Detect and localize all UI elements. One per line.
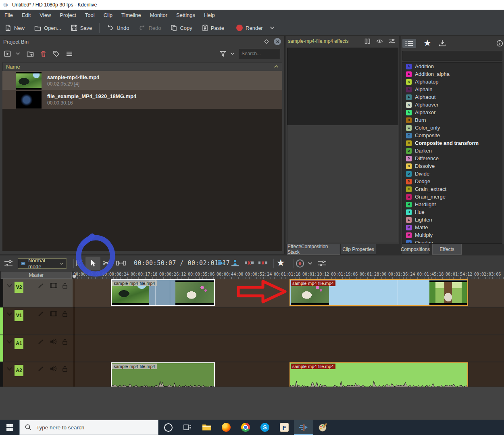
track-label-v1[interactable]: V1 [15, 310, 23, 321]
track-header-v2[interactable]: V2 [0, 279, 73, 307]
playhead[interactable] [74, 271, 74, 387]
effect-item[interactable]: M Matte [402, 224, 502, 231]
selection-tool-button[interactable] [85, 257, 100, 270]
track-target-strip[interactable] [0, 362, 3, 387]
lock-track-icon[interactable] [62, 339, 68, 345]
new-button[interactable]: New [0, 22, 29, 34]
effect-item[interactable]: A Alphain [402, 86, 502, 93]
video-track-icon[interactable] [50, 282, 57, 289]
mix-clips-icon[interactable] [217, 259, 226, 267]
track-area-v1[interactable] [73, 307, 504, 335]
spacer-tool-icon[interactable] [116, 260, 126, 266]
paint-app-icon[interactable] [313, 420, 333, 435]
render-button[interactable]: Render [231, 22, 279, 34]
effect-item[interactable]: D Divide [402, 170, 502, 178]
effect-item[interactable]: B Burn [402, 116, 502, 124]
favorite-effects-icon[interactable]: ★ [277, 257, 285, 268]
cortana-icon[interactable] [158, 420, 178, 435]
preview-chevron-icon[interactable] [308, 262, 312, 265]
preview-render-icon[interactable] [296, 259, 304, 268]
file-explorer-icon[interactable] [197, 420, 217, 435]
track-effects-icon[interactable] [38, 311, 44, 317]
collapse-track-icon[interactable] [6, 340, 12, 344]
undo-button[interactable]: Undo [102, 22, 134, 34]
tag-icon[interactable] [53, 50, 60, 57]
track-area-a1[interactable] [73, 335, 504, 362]
track-label-a2[interactable]: A2 [15, 365, 23, 376]
menu-item[interactable]: Clip [99, 12, 117, 18]
timeline-clip-video-grouped[interactable]: sample-mp4-file.mp4 [289, 279, 468, 306]
collapse-track-icon[interactable] [6, 312, 12, 316]
track-label-a1[interactable]: A1 [15, 338, 23, 349]
track-area-a2[interactable]: sample-mp4-file.mp4 sample-mp4-file.mp4 [73, 362, 504, 387]
track-label-v2[interactable]: V2 [15, 282, 23, 293]
tab-effects[interactable]: Effects [432, 244, 462, 255]
track-header-a2[interactable]: A2 [0, 362, 73, 387]
task-view-icon[interactable] [178, 420, 197, 435]
menu-item[interactable]: View [35, 12, 55, 18]
timeline-clip-audio-grouped[interactable]: sample-mp4-file.mp4 [289, 362, 468, 387]
track-effects-icon[interactable] [38, 282, 44, 289]
effect-item[interactable]: C Composite and transform [402, 139, 502, 147]
menu-item[interactable]: File [0, 12, 17, 18]
download-effects-icon[interactable] [439, 40, 446, 47]
effect-item[interactable]: A Addition_alpha [402, 70, 502, 78]
effect-item[interactable]: A Addition [402, 63, 502, 70]
kdenlive-taskbar-icon[interactable] [294, 420, 313, 435]
track-config-icon[interactable] [4, 259, 13, 267]
compare-icon[interactable] [364, 38, 371, 44]
effect-item[interactable]: A Alphaxor [402, 109, 502, 116]
delete-icon[interactable] [40, 50, 46, 57]
audio-track-icon[interactable] [50, 339, 57, 345]
track-effects-icon[interactable] [38, 339, 44, 345]
copy-button[interactable]: Copy [166, 22, 197, 34]
save-button[interactable]: Save [66, 22, 97, 34]
favorites-star-icon[interactable]: ★ [423, 39, 431, 48]
start-button[interactable] [0, 420, 19, 435]
effect-item[interactable]: D Darken [402, 147, 502, 155]
effect-item[interactable]: G Grain_extract [402, 185, 502, 193]
filter-icon[interactable] [220, 51, 226, 57]
timeline-clip-video-selected[interactable]: sample-mp4-file.mp4 [111, 279, 215, 306]
create-folder-icon[interactable] [27, 51, 34, 57]
track-header-v1[interactable]: V1 [0, 307, 73, 335]
bin-clip-row[interactable]: sample-mp4-file.mp4 00:02:05:29 [4] [2, 71, 282, 90]
effects-options-icon[interactable] [389, 38, 395, 44]
lock-track-icon[interactable] [62, 282, 68, 289]
menu-item[interactable]: Settings [172, 12, 200, 18]
timeline-settings-icon[interactable] [318, 260, 327, 267]
firefox-icon[interactable] [217, 420, 236, 435]
menu-item[interactable]: Project [55, 12, 80, 18]
effect-item[interactable]: C Color_only [402, 124, 502, 132]
tab-effect-composition-stack[interactable]: Effect/Composition Stack [287, 244, 340, 255]
track-area-v2[interactable]: sample-mp4-file.mp4 sample-mp4-file.mp4 [73, 279, 504, 307]
audio-track-icon[interactable] [50, 366, 57, 372]
filter-chevron-icon[interactable] [230, 52, 235, 55]
effect-item[interactable]: L Lighten [402, 216, 502, 224]
effect-item[interactable]: H Hue [402, 208, 502, 216]
track-target-strip[interactable] [0, 335, 3, 362]
menu-item[interactable]: Tool [81, 12, 99, 18]
effect-item[interactable]: H Hardlight [402, 201, 502, 208]
taskbar-search[interactable]: Type here to search [19, 420, 158, 435]
track-target-strip[interactable] [0, 307, 3, 335]
effect-item[interactable]: C Composite [402, 132, 502, 139]
float-panel-icon[interactable] [264, 39, 269, 44]
add-clip-chevron-icon[interactable] [16, 52, 20, 55]
info-icon[interactable] [496, 40, 503, 47]
lock-track-icon[interactable] [62, 366, 68, 372]
chrome-icon[interactable] [236, 420, 255, 435]
collapse-track-icon[interactable] [6, 367, 12, 371]
effect-item[interactable]: D Dissolve [402, 162, 502, 170]
render-chevron-icon[interactable] [270, 26, 275, 29]
menu-item[interactable]: Help [200, 12, 219, 18]
paste-button[interactable]: Paste [197, 22, 229, 34]
list-view-icon[interactable] [402, 39, 416, 48]
timeline-clip-audio-selected[interactable]: sample-mp4-file.mp4 [111, 362, 215, 387]
menu-item[interactable]: Monitor [146, 12, 172, 18]
close-panel-icon[interactable] [274, 38, 281, 45]
video-track-icon[interactable] [50, 311, 57, 317]
effect-item[interactable]: G Grain_merge [402, 193, 502, 201]
bin-search-input[interactable] [239, 49, 280, 59]
eye-icon[interactable] [376, 39, 383, 44]
